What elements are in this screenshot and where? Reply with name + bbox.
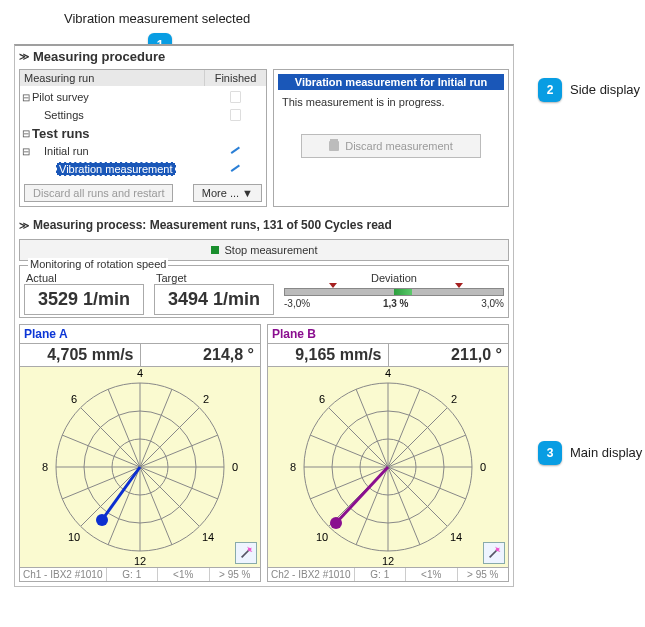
discard-all-button: Discard all runs and restart — [24, 184, 173, 202]
tree-row-pilot[interactable]: ⊟Pilot survey — [20, 88, 266, 106]
svg-text:12: 12 — [134, 555, 146, 567]
plane-a-title: Plane A — [20, 325, 260, 343]
plane-b-foot-ch: Ch2 - IBX2 #1010 — [268, 568, 355, 581]
plane-b-amplitude: 9,165 mm/s — [268, 343, 389, 366]
stop-icon — [211, 246, 219, 254]
plane-b-foot-gt: > 95 % — [458, 568, 509, 581]
svg-point-20 — [96, 514, 108, 526]
plane-a-foot-gt: > 95 % — [210, 568, 261, 581]
plane-a-foot-lt: <1% — [158, 568, 210, 581]
page-icon — [230, 91, 241, 103]
svg-text:14: 14 — [450, 531, 462, 543]
svg-text:0: 0 — [480, 461, 486, 473]
page-icon — [230, 109, 241, 121]
trash-icon — [329, 141, 339, 151]
col-run: Measuring run — [20, 70, 204, 86]
svg-point-43 — [330, 517, 342, 529]
tree-row-testruns[interactable]: ⊟Test runs — [20, 124, 266, 142]
side-panel: Vibration measurement for Initial run Th… — [273, 69, 509, 207]
plane-b-phase: 211,0 ° — [389, 343, 509, 366]
callout-main-label: Main display — [570, 445, 642, 460]
svg-text:14: 14 — [202, 531, 214, 543]
chevron-down-icon: ≫ — [19, 220, 29, 231]
plane-a-chart: 4 2 0 14 12 10 8 6 — [20, 367, 260, 567]
plane-b-foot-g: G: 1 — [355, 568, 407, 581]
measuring-procedure-header[interactable]: ≫ Measuring procedure — [15, 46, 513, 67]
svg-text:0: 0 — [232, 461, 238, 473]
plane-a-panel: Plane A 4,705 mm/s 214,8 ° — [19, 324, 261, 582]
actual-value: 3529 1/min — [24, 284, 144, 315]
discard-measurement-button: Discard measurement — [301, 134, 481, 158]
svg-text:2: 2 — [451, 393, 457, 405]
svg-text:4: 4 — [137, 367, 143, 379]
svg-text:12: 12 — [382, 555, 394, 567]
edit-icon — [228, 162, 242, 176]
plane-b-panel: Plane B 9,165 mm/s 211,0 ° — [267, 324, 509, 582]
more-button[interactable]: More ... ▼ — [193, 184, 262, 202]
svg-text:10: 10 — [316, 531, 328, 543]
tree-row-initial-run[interactable]: ⊟Initial run — [20, 142, 266, 160]
collapse-icon[interactable]: ⊟ — [20, 128, 32, 139]
plane-b-foot-lt: <1% — [406, 568, 458, 581]
collapse-icon[interactable]: ⊟ — [20, 146, 32, 157]
svg-text:2: 2 — [203, 393, 209, 405]
plane-a-foot-g: G: 1 — [107, 568, 159, 581]
svg-text:6: 6 — [319, 393, 325, 405]
chevron-down-icon: ≫ — [19, 51, 29, 62]
svg-text:8: 8 — [42, 461, 48, 473]
callout-side-label: Side display — [570, 82, 640, 97]
svg-line-42 — [336, 467, 388, 523]
svg-text:8: 8 — [290, 461, 296, 473]
actual-label: Actual — [24, 272, 144, 284]
svg-text:6: 6 — [71, 393, 77, 405]
plane-b-title: Plane B — [268, 325, 508, 343]
side-text: This measurement is in progress. — [278, 90, 504, 114]
svg-text:10: 10 — [68, 531, 80, 543]
procedure-table: Measuring run Finished ⊟Pilot survey Set… — [19, 69, 267, 207]
tree-row-settings[interactable]: Settings — [20, 106, 266, 124]
callout-badge-2: 2 — [538, 78, 562, 102]
monitor-panel: Monitoring of rotation speed Actual 3529… — [19, 265, 509, 318]
callout-badge-3: 3 — [538, 441, 562, 465]
app-window: ≫ Measuring procedure Measuring run Fini… — [14, 44, 514, 587]
magic-wand-button[interactable] — [483, 542, 505, 564]
side-title: Vibration measurement for Initial run — [278, 74, 504, 90]
deviation-label: Deviation — [284, 272, 504, 284]
tree-row-vibration[interactable]: Vibration measurement — [20, 160, 266, 178]
plane-b-chart: 4 2 0 14 12 10 8 6 — [268, 367, 508, 567]
plane-a-amplitude: 4,705 mm/s — [20, 343, 141, 366]
edit-icon — [228, 144, 242, 158]
collapse-icon[interactable]: ⊟ — [20, 92, 32, 103]
measuring-process-header[interactable]: ≫ Measuring process: Measurement runs, 1… — [15, 215, 513, 235]
deviation-bar — [284, 288, 504, 296]
col-finished: Finished — [204, 70, 266, 86]
callout-top-label: Vibration measurement selected — [64, 11, 250, 26]
target-value: 3494 1/min — [154, 284, 274, 315]
plane-a-foot-ch: Ch1 - IBX2 #1010 — [20, 568, 107, 581]
target-label: Target — [154, 272, 274, 284]
svg-text:4: 4 — [385, 367, 391, 379]
magic-wand-button[interactable] — [235, 542, 257, 564]
plane-a-phase: 214,8 ° — [141, 343, 261, 366]
